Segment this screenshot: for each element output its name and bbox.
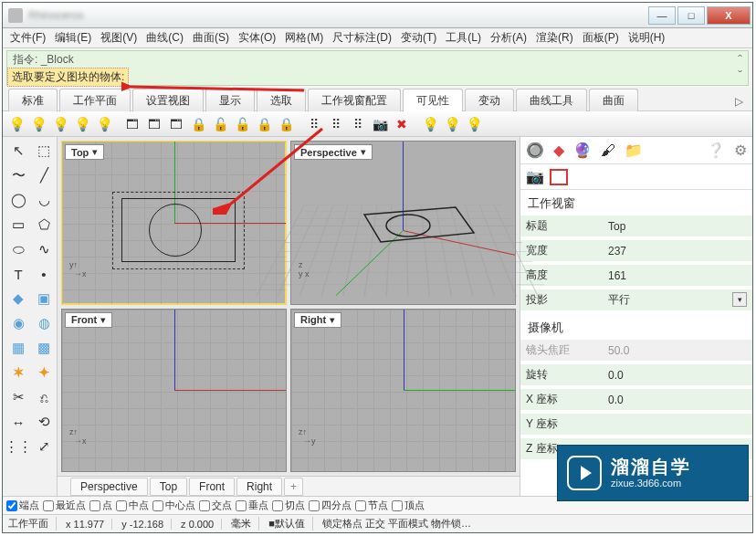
line-icon[interactable]: ╱: [33, 163, 55, 187]
dropdown-icon[interactable]: ▾: [732, 292, 747, 307]
explode-icon[interactable]: ✶: [5, 361, 32, 384]
join-icon[interactable]: ✦: [33, 361, 55, 384]
prop-title-value[interactable]: Top: [603, 215, 752, 238]
menu-surface[interactable]: 曲面(S): [189, 28, 233, 47]
menu-curve[interactable]: 曲线(C): [142, 28, 187, 47]
ellipse-icon[interactable]: ⬭: [5, 237, 32, 261]
settings-tab-icon[interactable]: ⚙: [734, 142, 747, 159]
properties-tab-icon[interactable]: 🔘: [526, 142, 544, 159]
solid-icon[interactable]: ▦: [5, 336, 32, 360]
unlock-icon[interactable]: 🔓: [210, 114, 230, 134]
viewtab-perspective[interactable]: Perspective: [70, 478, 148, 496]
tab-transform[interactable]: 变动: [465, 89, 514, 111]
status-units[interactable]: 毫米: [231, 517, 259, 531]
osnap-center[interactable]: 中心点: [152, 499, 195, 512]
menu-render[interactable]: 渲染(R): [532, 28, 577, 47]
viewport-perspective[interactable]: Perspective▾ zy x: [290, 141, 516, 305]
viewport-top-label[interactable]: Top▾: [65, 144, 104, 160]
isolate-lock-icon[interactable]: 🗔: [144, 114, 164, 134]
show-icon[interactable]: 💡: [6, 114, 26, 134]
osnap-perp[interactable]: 垂点: [236, 499, 268, 512]
hide-icon[interactable]: 💡: [28, 114, 48, 134]
menu-transform[interactable]: 变动(T): [397, 28, 440, 47]
extrude-icon[interactable]: ▣: [33, 287, 55, 310]
points-off-icon[interactable]: ⠿: [326, 114, 346, 134]
maximize-button[interactable]: □: [677, 6, 705, 25]
hide-cross-icon[interactable]: ✖: [392, 114, 412, 134]
split-icon[interactable]: ⎌: [33, 385, 55, 409]
points-on-icon[interactable]: ⠿: [304, 114, 324, 134]
arc-icon[interactable]: ◡: [33, 188, 55, 212]
osnap-quad[interactable]: 四分点: [309, 499, 352, 512]
tab-viewportlayout[interactable]: 工作视窗配置: [308, 89, 401, 111]
viewtab-front[interactable]: Front: [189, 478, 235, 496]
polyline-icon[interactable]: 〜: [5, 163, 32, 187]
library-tab-icon[interactable]: 📁: [625, 142, 643, 159]
menu-solid[interactable]: 实体(O): [235, 28, 279, 47]
tab-cplane[interactable]: 工作平面: [59, 89, 131, 111]
prop-width-value[interactable]: 237: [603, 238, 752, 263]
menu-tools[interactable]: 工具(L): [442, 28, 485, 47]
prop-y-value[interactable]: [603, 412, 752, 436]
tab-visibility[interactable]: 可见性: [403, 89, 463, 111]
hide-select-icon[interactable]: 💡: [72, 114, 92, 134]
point-icon[interactable]: •: [33, 262, 55, 286]
viewport-right-label[interactable]: Right▾: [294, 312, 341, 328]
tab-setview[interactable]: 设置视图: [132, 89, 204, 111]
circle-icon[interactable]: ◯: [5, 188, 32, 212]
menu-view[interactable]: 视图(V): [97, 28, 141, 47]
viewport-front[interactable]: Front▾ z↑ →x: [61, 309, 287, 473]
hide-camera-icon[interactable]: 📷: [370, 114, 390, 134]
move-icon[interactable]: ↔: [5, 410, 32, 434]
polygon-icon[interactable]: ⬠: [33, 213, 55, 236]
help-tab-icon[interactable]: ❔: [707, 142, 725, 159]
pointer-icon[interactable]: ↖: [5, 139, 32, 163]
menu-panel[interactable]: 面板(P): [579, 28, 623, 47]
status-plane[interactable]: 工作平面: [8, 517, 57, 531]
osnap-near[interactable]: 最近点: [43, 499, 86, 512]
tab-surface[interactable]: 曲面: [589, 89, 638, 111]
hide-swap-icon[interactable]: 💡: [50, 114, 70, 134]
curve-icon[interactable]: ∿: [33, 237, 55, 261]
command-area[interactable]: 指令: _Block 选取要定义图块的物体: ˆ ˇ: [6, 50, 749, 86]
menu-analyze[interactable]: 分析(A): [487, 28, 530, 47]
array-icon[interactable]: ⋮⋮: [5, 435, 32, 458]
prop-rotation-value[interactable]: 0.0: [603, 363, 752, 387]
viewtab-top[interactable]: Top: [150, 478, 187, 496]
camera-icon[interactable]: 📷: [526, 168, 544, 185]
menu-mesh[interactable]: 网格(M): [281, 28, 327, 47]
minimize-button[interactable]: —: [648, 6, 676, 25]
tab-overflow-button[interactable]: ▷: [731, 92, 747, 110]
rectangle-icon[interactable]: ▭: [5, 213, 32, 236]
text-icon[interactable]: T: [5, 262, 32, 286]
rotate-icon[interactable]: ⟲: [33, 410, 55, 434]
prop-x-value[interactable]: 0.0: [603, 387, 752, 412]
menu-file[interactable]: 文件(F): [6, 28, 49, 47]
tab-select[interactable]: 选取: [257, 89, 306, 111]
edit-points-icon[interactable]: ⠿: [348, 114, 368, 134]
osnap-point[interactable]: 点: [89, 499, 112, 512]
osnap-tan[interactable]: 切点: [272, 499, 305, 512]
tab-curvetools[interactable]: 曲线工具: [516, 89, 587, 111]
status-toggles[interactable]: 锁定格点 正交 平面模式 物件锁…: [322, 517, 471, 531]
scale-icon[interactable]: ⤢: [33, 435, 55, 458]
prop-height-value[interactable]: 161: [603, 263, 752, 288]
isolate-icon[interactable]: 🗔: [122, 114, 142, 134]
lasso-icon[interactable]: ⬚: [33, 139, 55, 163]
osnap-vertex[interactable]: 顶点: [392, 499, 425, 512]
scroll-down-icon[interactable]: ˇ: [738, 68, 742, 83]
viewport-front-label[interactable]: Front▾: [65, 312, 112, 328]
mesh-icon[interactable]: ▩: [33, 336, 55, 360]
render-tab-icon[interactable]: 🔮: [573, 142, 592, 159]
viewport-top[interactable]: Top▾ y↑ →x: [61, 141, 287, 305]
status-layer[interactable]: ■默认值: [268, 517, 313, 531]
viewport-frame-icon[interactable]: [550, 169, 568, 185]
menu-dimension[interactable]: 尺寸标注(D): [329, 28, 395, 47]
menu-help[interactable]: 说明(H): [625, 28, 669, 47]
lock-swap-icon[interactable]: 🔒: [254, 114, 274, 134]
tab-display[interactable]: 显示: [205, 89, 255, 111]
show-selected-icon[interactable]: 💡: [442, 114, 462, 134]
osnap-mid[interactable]: 中点: [116, 499, 149, 512]
isolate-swap-icon[interactable]: 🗔: [166, 114, 186, 134]
loft-icon[interactable]: ◉: [5, 311, 32, 335]
